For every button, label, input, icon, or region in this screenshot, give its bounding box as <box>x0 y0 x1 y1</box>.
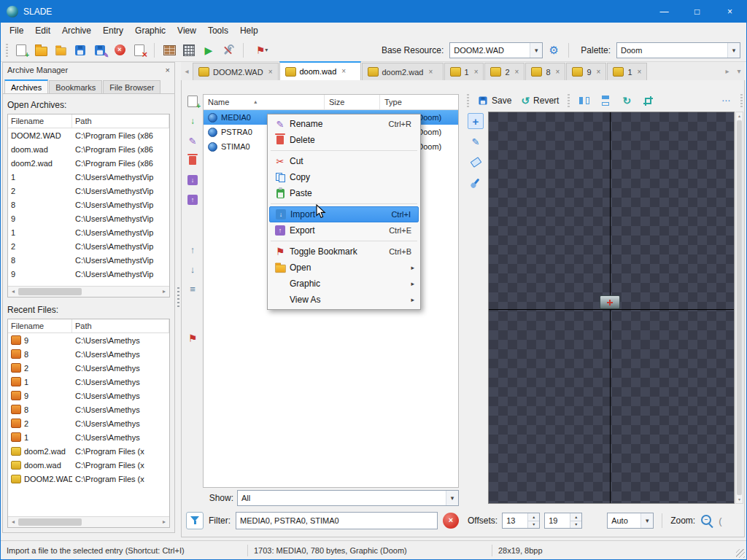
tabs-scroll-left-icon[interactable]: ◂ <box>181 63 193 80</box>
gfx-canvas[interactable] <box>488 112 735 504</box>
tab-archives[interactable]: Archives <box>4 79 48 93</box>
rename-entry-button[interactable]: ✎ <box>185 133 200 148</box>
save-archive-as-button[interactable]: ✎ <box>91 42 109 59</box>
context-rename[interactable]: ✎ Rename Ctrl+R <box>269 116 419 132</box>
menu-edit[interactable]: Edit <box>29 26 56 36</box>
archive-tab[interactable]: 9× <box>566 63 606 80</box>
tab-close-icon[interactable]: × <box>474 69 479 76</box>
move-up-button[interactable]: ↑ <box>185 242 200 257</box>
menu-archive[interactable]: Archive <box>56 26 97 36</box>
context-import[interactable]: ↓ Import Ctrl+I <box>269 206 419 222</box>
column-header-filename[interactable]: Filename <box>8 319 72 332</box>
close-archive-button[interactable]: × <box>111 42 128 59</box>
filter-button[interactable] <box>186 512 204 529</box>
canvas-vertical-scrollbar[interactable]: ▴ ▾ <box>735 112 743 504</box>
table-row[interactable]: 8C:\Users\AmethystVip <box>8 198 169 211</box>
bookmarks-button[interactable]: ⚑ ▾ <box>249 42 274 59</box>
column-header-path[interactable]: Path <box>72 114 169 128</box>
erase-tool-button[interactable] <box>468 154 484 170</box>
setup-button[interactable] <box>220 42 237 59</box>
texture-editor-button[interactable] <box>160 42 178 59</box>
table-row[interactable]: 9C:\Users\Amethys <box>8 333 169 347</box>
sort-entries-button[interactable]: ≡ <box>185 281 200 296</box>
context-cut[interactable]: ✂ Cut <box>269 153 419 169</box>
overflow-menu-button[interactable]: ⋯ <box>717 92 735 109</box>
filter-input[interactable] <box>236 512 438 529</box>
import-files-button[interactable]: ↓ <box>185 114 200 128</box>
archive-tab[interactable]: 1× <box>607 63 647 80</box>
base-resource-settings-button[interactable]: ⚙ <box>545 42 562 59</box>
mirror-button[interactable] <box>576 92 593 109</box>
table-row[interactable]: 1C:\Users\AmethystVip <box>8 225 169 239</box>
draw-tool-button[interactable]: ✎ <box>468 133 484 149</box>
open-directory-button[interactable] <box>52 42 69 59</box>
context-graphic[interactable]: Graphic ▸ <box>269 276 419 292</box>
new-archive-button[interactable]: + <box>12 42 30 59</box>
crop-button[interactable] <box>639 92 657 109</box>
context-toggle-bookmark[interactable]: ⚑ Toggle Bookmark Ctrl+B <box>269 244 419 260</box>
table-row[interactable]: 2C:\Users\AmethystVip <box>8 184 169 198</box>
tab-close-icon[interactable]: × <box>556 69 560 76</box>
tab-close-icon[interactable]: × <box>341 68 346 75</box>
pick-color-tool-button[interactable] <box>468 174 484 190</box>
table-row[interactable]: 8C:\Users\AmethystVip <box>8 253 169 267</box>
scrollbar-track[interactable] <box>18 517 159 527</box>
bookmark-entry-button[interactable]: ⚑ <box>185 331 200 346</box>
spin-down-icon[interactable]: ▾ <box>528 521 539 529</box>
scrollbar-thumb[interactable] <box>737 120 742 495</box>
table-row[interactable]: DOOM2.WADC:\Program Files (x86 <box>8 128 169 142</box>
scrollbar-thumb[interactable] <box>18 288 82 295</box>
table-row[interactable]: 9C:\Users\AmethystVip <box>8 267 169 281</box>
table-row[interactable]: 1C:\Users\Amethys <box>8 375 169 389</box>
table-row[interactable]: 1C:\Users\AmethystVip <box>8 170 169 184</box>
offset-x-spinner[interactable]: 13 ▴▾ <box>502 513 540 529</box>
horizontal-scrollbar[interactable]: ◂ ▸ <box>8 516 169 527</box>
tabs-scroll-right-icon[interactable]: ▸ <box>721 63 733 80</box>
table-row[interactable]: 9C:\Users\Amethys <box>8 389 169 402</box>
scroll-down-icon[interactable]: ▾ <box>738 496 740 503</box>
close-button[interactable]: × <box>713 1 746 23</box>
scrollbar-track[interactable] <box>18 287 159 297</box>
table-row[interactable]: doom2.wadC:\Program Files (x86 <box>8 156 169 170</box>
context-paste[interactable]: Paste <box>269 185 419 201</box>
offset-y-spinner[interactable]: 19 ▴▾ <box>544 513 582 529</box>
offset-type-select[interactable]: Auto ▾ <box>607 513 654 529</box>
tab-close-icon[interactable]: × <box>638 69 642 76</box>
menu-help[interactable]: Help <box>234 26 264 36</box>
archive-tab-active[interactable]: doom.wad× <box>279 61 361 80</box>
open-archive-button[interactable] <box>32 42 50 59</box>
table-row[interactable]: doom.wadC:\Program Files (x <box>8 458 169 472</box>
column-header-path[interactable]: Path <box>72 319 169 332</box>
panel-splitter[interactable] <box>175 62 181 533</box>
context-delete[interactable]: Delete <box>269 132 419 148</box>
table-row[interactable]: 2C:\Users\Amethys <box>8 361 169 375</box>
spin-up-icon[interactable]: ▴ <box>528 513 539 521</box>
minimize-button[interactable]: — <box>648 1 681 23</box>
scroll-up-icon[interactable]: ▴ <box>738 112 740 120</box>
resize-grip[interactable] <box>736 549 745 558</box>
table-row[interactable]: doom.wadC:\Program Files (x86 <box>8 142 169 156</box>
tab-close-icon[interactable]: × <box>515 69 519 76</box>
table-row[interactable]: 1C:\Users\Amethys <box>8 430 169 444</box>
move-tool-button[interactable]: + <box>468 113 484 129</box>
save-button[interactable]: Save <box>475 94 514 107</box>
run-archive-button[interactable]: ▶ <box>200 42 217 59</box>
archive-tab[interactable]: 2× <box>484 63 525 80</box>
tab-close-icon[interactable]: × <box>428 69 433 76</box>
tab-bookmarks[interactable]: Bookmarks <box>49 80 102 93</box>
spin-down-icon[interactable]: ▾ <box>570 521 581 529</box>
context-copy[interactable]: Copy <box>269 169 419 185</box>
menu-file[interactable]: File <box>4 26 29 36</box>
menu-graphic[interactable]: Graphic <box>129 26 171 36</box>
tab-close-icon[interactable]: × <box>597 69 601 76</box>
move-down-button[interactable]: ↓ <box>185 262 200 276</box>
column-header-filename[interactable]: Filename <box>8 114 72 128</box>
context-export[interactable]: ↑ Export Ctrl+E <box>269 222 419 238</box>
zoom-out-button[interactable]: − <box>700 513 714 528</box>
menu-entry[interactable]: Entry <box>97 26 129 36</box>
import-entry-button[interactable]: ↓ <box>185 173 200 187</box>
column-header-name[interactable]: Name▴ <box>204 95 325 109</box>
tab-close-icon[interactable]: × <box>268 69 273 76</box>
context-open[interactable]: Open ▸ <box>269 260 419 276</box>
context-view-as[interactable]: View As ▸ <box>269 292 419 308</box>
